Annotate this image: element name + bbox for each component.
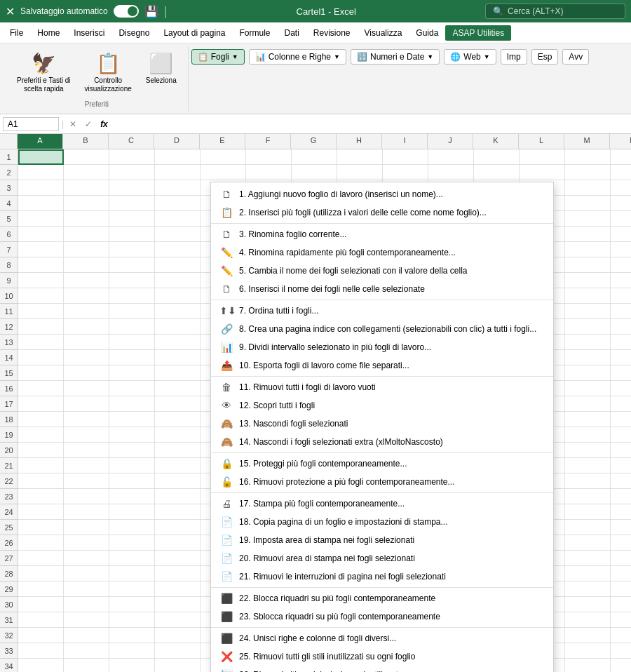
menu-item-disegno[interactable]: Disegno bbox=[111, 25, 156, 41]
cell-A31[interactable] bbox=[18, 612, 64, 628]
col-header-J[interactable]: J bbox=[428, 134, 473, 149]
cell-B6[interactable] bbox=[64, 227, 109, 242]
cell-C5[interactable] bbox=[109, 211, 155, 227]
cell-A2[interactable] bbox=[18, 165, 64, 180]
col-header-E[interactable]: E bbox=[200, 134, 245, 149]
cell-C25[interactable] bbox=[109, 520, 155, 535]
cell-A19[interactable] bbox=[18, 427, 64, 443]
row-num-16[interactable]: 16 bbox=[0, 381, 18, 396]
cell-M18[interactable] bbox=[565, 412, 611, 427]
cell-B24[interactable] bbox=[64, 504, 109, 520]
col-header-F[interactable]: F bbox=[245, 134, 291, 149]
cell-A34[interactable] bbox=[18, 659, 64, 672]
cell-D17[interactable] bbox=[155, 396, 201, 412]
col-header-M[interactable]: M bbox=[564, 134, 610, 149]
row-num-14[interactable]: 14 bbox=[0, 350, 18, 365]
cell-M5[interactable] bbox=[565, 211, 611, 227]
cell-M16[interactable] bbox=[565, 381, 611, 396]
cell-C7[interactable] bbox=[109, 242, 155, 257]
cell-D11[interactable] bbox=[155, 304, 201, 319]
cell-C23[interactable] bbox=[109, 489, 155, 504]
col-header-D[interactable]: D bbox=[154, 134, 200, 149]
cell-A32[interactable] bbox=[18, 628, 64, 643]
row-num-6[interactable]: 6 bbox=[0, 227, 18, 242]
cell-N9[interactable] bbox=[611, 273, 631, 288]
cell-A3[interactable] bbox=[18, 180, 64, 196]
menu-item-file[interactable]: File bbox=[3, 25, 30, 41]
dropdown-item[interactable]: 🗋6. Inserisci il nome dei fogli nelle ce… bbox=[211, 280, 553, 298]
cell-M27[interactable] bbox=[565, 551, 611, 566]
dropdown-item[interactable]: 📄18. Copia pagina di un foglio e imposta… bbox=[211, 513, 553, 531]
cell-M4[interactable] bbox=[565, 196, 611, 211]
row-num-5[interactable]: 5 bbox=[0, 211, 18, 227]
cell-B26[interactable] bbox=[64, 535, 109, 551]
cell-D22[interactable] bbox=[155, 473, 201, 489]
cell-B3[interactable] bbox=[64, 180, 109, 196]
cell-A5[interactable] bbox=[18, 211, 64, 227]
cell-N11[interactable] bbox=[611, 304, 631, 319]
dropdown-item[interactable]: ⬆⬇7. Ordina tutti i fogli... bbox=[211, 302, 553, 320]
row-num-9[interactable]: 9 bbox=[0, 273, 18, 288]
cell-B10[interactable] bbox=[64, 288, 109, 304]
col-header-L[interactable]: L bbox=[519, 134, 564, 149]
cell-B22[interactable] bbox=[64, 473, 109, 489]
cell-M24[interactable] bbox=[565, 504, 611, 520]
dropdown-item[interactable]: ✏️4. Rinomina rapidamente più fogli cont… bbox=[211, 243, 553, 262]
cell-M14[interactable] bbox=[565, 350, 611, 365]
dropdown-item[interactable]: 📤10. Esporta fogli di lavoro come file s… bbox=[211, 356, 553, 375]
cell-D23[interactable] bbox=[155, 489, 201, 504]
ribbon-btn-preferiti[interactable]: 🦅 Preferiti e Tasti discelta rapida bbox=[11, 49, 76, 96]
row-num-19[interactable]: 19 bbox=[0, 427, 18, 443]
cell-N33[interactable] bbox=[611, 643, 631, 659]
row-num-12[interactable]: 12 bbox=[0, 319, 18, 335]
cell-N18[interactable] bbox=[611, 412, 631, 427]
cell-D13[interactable] bbox=[155, 335, 201, 350]
col-header-H[interactable]: H bbox=[337, 134, 382, 149]
row-num-31[interactable]: 31 bbox=[0, 612, 18, 628]
cell-F1[interactable] bbox=[246, 149, 292, 165]
cell-D10[interactable] bbox=[155, 288, 201, 304]
dropdown-colonne-righe[interactable]: 📊 Colonne e Righe ▼ bbox=[249, 49, 346, 65]
row-num-15[interactable]: 15 bbox=[0, 365, 18, 381]
row-num-25[interactable]: 25 bbox=[0, 520, 18, 535]
cell-M30[interactable] bbox=[565, 597, 611, 612]
dropdown-item[interactable]: 👁12. Scopri tutti i fogli bbox=[211, 396, 553, 415]
cell-M25[interactable] bbox=[565, 520, 611, 535]
cell-N31[interactable] bbox=[611, 612, 631, 628]
cell-A4[interactable] bbox=[18, 196, 64, 211]
row-num-4[interactable]: 4 bbox=[0, 196, 18, 211]
row-num-17[interactable]: 17 bbox=[0, 396, 18, 412]
cell-B7[interactable] bbox=[64, 242, 109, 257]
dropdown-item[interactable]: 📊9. Dividi intervallo selezionato in più… bbox=[211, 338, 553, 356]
cell-M32[interactable] bbox=[565, 628, 611, 643]
cell-B1[interactable] bbox=[64, 149, 109, 165]
dropdown-item[interactable]: 📄21. Rimuovi le interruzioni di pagina n… bbox=[211, 567, 553, 586]
cell-A24[interactable] bbox=[18, 504, 64, 520]
cell-N28[interactable] bbox=[611, 566, 631, 582]
cell-D6[interactable] bbox=[155, 227, 201, 242]
cell-M22[interactable] bbox=[565, 473, 611, 489]
dropdown-item[interactable]: ✏️5. Cambia il nome dei fogli selezionat… bbox=[211, 262, 553, 280]
cell-N2[interactable] bbox=[611, 165, 631, 180]
menu-item-guida[interactable]: Guida bbox=[409, 25, 445, 41]
cell-N27[interactable] bbox=[611, 551, 631, 566]
row-num-3[interactable]: 3 bbox=[0, 180, 18, 196]
cell-D32[interactable] bbox=[155, 628, 201, 643]
cell-M17[interactable] bbox=[565, 396, 611, 412]
cell-N12[interactable] bbox=[611, 319, 631, 335]
cell-A18[interactable] bbox=[18, 412, 64, 427]
row-num-7[interactable]: 7 bbox=[0, 242, 18, 257]
cell-B8[interactable] bbox=[64, 257, 109, 273]
row-num-32[interactable]: 32 bbox=[0, 628, 18, 643]
cell-M2[interactable] bbox=[565, 165, 611, 180]
cell-C4[interactable] bbox=[109, 196, 155, 211]
cell-D14[interactable] bbox=[155, 350, 201, 365]
cell-G2[interactable] bbox=[292, 165, 337, 180]
cell-M13[interactable] bbox=[565, 335, 611, 350]
cell-C20[interactable] bbox=[109, 443, 155, 458]
cell-B11[interactable] bbox=[64, 304, 109, 319]
cell-A28[interactable] bbox=[18, 566, 64, 582]
cell-F2[interactable] bbox=[246, 165, 292, 180]
cell-C18[interactable] bbox=[109, 412, 155, 427]
cell-C30[interactable] bbox=[109, 597, 155, 612]
